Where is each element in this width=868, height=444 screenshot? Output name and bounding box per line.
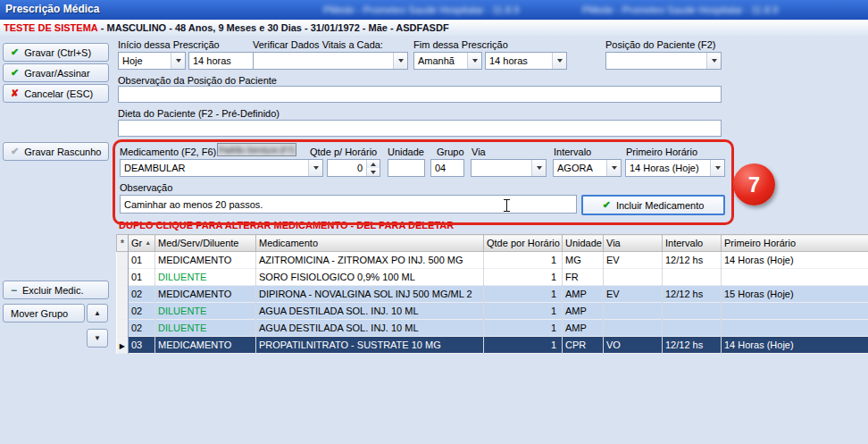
chevron-down-icon[interactable]: [531, 160, 546, 176]
titlebar: Prescrição Médica PMede - Prometeo Saude…: [0, 0, 868, 20]
table-row[interactable]: 02 DILUENTE AGUA DESTILADA SOL. INJ. 10 …: [117, 320, 868, 337]
cell-medicamento: AZITROMICINA - ZITROMAX PO INJ. 500 MG: [256, 252, 484, 269]
cell-medicamento: PROPATILNITRATO - SUSTRATE 10 MG: [256, 337, 484, 354]
dados-vitais-select[interactable]: [253, 52, 408, 70]
row-selector[interactable]: [117, 320, 129, 337]
arrow-up-icon: ▲: [94, 309, 101, 317]
chevron-down-icon[interactable]: [308, 160, 322, 176]
column-header-gr[interactable]: Gr▲: [129, 235, 155, 252]
chevron-down-icon[interactable]: [171, 53, 185, 69]
cell-medicamento: DIPIRONA - NOVALGINA SOL INJ 500 MG/ML 2: [256, 286, 484, 303]
cell-tipo: MEDICAMENTO: [155, 337, 256, 354]
obs-posicao-label: Observação da Posição do Paciente: [118, 75, 277, 86]
column-header-via[interactable]: Via: [604, 235, 663, 252]
row-selector[interactable]: [117, 303, 129, 320]
chevron-down-icon[interactable]: [710, 160, 724, 176]
text-cursor-icon: [503, 198, 511, 213]
cell-gr: 01: [129, 252, 155, 269]
cell-intervalo: 12/12 hs: [663, 252, 722, 269]
cancel-button-label: Cancelar (ESC): [24, 88, 93, 99]
intervalo-select[interactable]: AGORA: [553, 159, 622, 177]
table-row[interactable]: 01 DILUENTE SORO FISIOLOGICO 0,9% 100 ML…: [117, 269, 868, 286]
fim-day-select[interactable]: Amanhã: [413, 52, 482, 70]
redacted-button-label: Padrão Serviços (F7): [219, 146, 295, 155]
check-icon: ✔: [11, 47, 19, 57]
fim-prescricao-label: Fim dessa Prescrição: [413, 39, 508, 50]
move-group-button[interactable]: Mover Grupo: [3, 304, 85, 323]
cancel-button[interactable]: ✘ Cancelar (ESC): [3, 84, 109, 103]
incluir-medicamento-button[interactable]: ✔ Incluir Medicamento: [581, 195, 725, 215]
medicamento-label: Medicamento (F2, F6): [120, 147, 216, 157]
save-draft-button[interactable]: ✔ Gravar Rascunho: [3, 142, 109, 161]
table-row[interactable]: 02 DILUENTE AGUA DESTILADA SOL. INJ. 10 …: [117, 303, 868, 320]
column-header-primeiro[interactable]: Primeiro Horário: [722, 235, 868, 252]
cell-primeiro: 14 Horas (Hoje): [722, 252, 868, 269]
row-selector[interactable]: [117, 252, 129, 269]
column-header-medicamento[interactable]: Medicamento: [256, 235, 484, 252]
column-header-unidade[interactable]: Unidade: [563, 235, 604, 252]
window-title: Prescrição Médica: [5, 3, 99, 15]
cell-unidade: AMP: [563, 286, 604, 303]
inicio-day-value: Hoje: [119, 53, 171, 69]
save-sign-button[interactable]: ✔ Gravar/Assinar: [3, 63, 109, 82]
row-selector[interactable]: [117, 269, 129, 286]
cell-primeiro: [722, 320, 868, 337]
redacted-button[interactable]: Padrão Serviços (F7): [217, 143, 296, 156]
primeiro-horario-label: Primeiro Horário: [626, 147, 697, 157]
chevron-down-icon[interactable]: [606, 160, 621, 176]
cell-tipo: DILUENTE: [155, 320, 256, 337]
row-selector[interactable]: [117, 286, 129, 303]
stepper-buttons: [366, 160, 380, 176]
dieta-paciente-input[interactable]: [118, 120, 722, 137]
check-icon: ✔: [11, 147, 19, 156]
column-header-tipo[interactable]: Med/Serv/Diluente: [155, 235, 256, 252]
cell-tipo: MEDICAMENTO: [155, 286, 256, 303]
quantity-value: 0: [328, 160, 366, 176]
column-header-qtde[interactable]: Qtde por Horário: [484, 235, 563, 252]
move-group-down-button[interactable]: ▼: [87, 329, 108, 348]
cancel-icon: ✘: [11, 88, 19, 98]
grupo-input[interactable]: [430, 159, 464, 177]
dados-vitais-value: [254, 53, 393, 69]
column-header-intervalo[interactable]: Intervalo: [663, 235, 722, 252]
spin-up-icon[interactable]: [367, 160, 380, 168]
via-select[interactable]: [471, 159, 547, 177]
cell-medicamento: SORO FISIOLOGICO 0,9% 100 ML: [256, 269, 484, 286]
arrow-down-icon: ▼: [94, 334, 101, 342]
cell-gr: 02: [129, 303, 155, 320]
table-row[interactable]: 01 MEDICAMENTO AZITROMICINA - ZITROMAX P…: [117, 252, 868, 269]
row-selector[interactable]: ▶: [117, 337, 129, 354]
cell-via: EV: [604, 286, 663, 303]
primeiro-horario-select[interactable]: 14 Horas (Hoje): [625, 159, 725, 177]
unidade-input[interactable]: [388, 159, 425, 177]
chevron-down-icon[interactable]: [393, 53, 407, 69]
grupo-label: Grupo: [437, 147, 464, 157]
table-row-selected[interactable]: ▶ 03 MEDICAMENTO PROPATILNITRATO - SUSTR…: [117, 337, 868, 354]
cell-via: [604, 269, 663, 286]
unidade-label: Unidade: [388, 147, 424, 157]
via-value: [472, 160, 531, 176]
chevron-down-icon[interactable]: [706, 53, 721, 69]
chevron-down-icon[interactable]: [467, 53, 481, 69]
quantity-stepper[interactable]: 0: [327, 159, 380, 177]
cell-unidade: AMP: [563, 320, 604, 337]
chevron-down-icon[interactable]: [552, 53, 566, 69]
patient-details: - MASCULINO - 48 Anos, 9 Meses e 30 Dias…: [98, 22, 449, 33]
cell-primeiro: 14 Horas (Hoje): [722, 337, 868, 354]
patient-info-bar: TESTE DE SISTEMA - MASCULINO - 48 Anos, …: [0, 20, 868, 36]
save-button[interactable]: ✔ Gravar (Ctrl+S): [3, 43, 109, 62]
delete-medication-button[interactable]: − Excluir Medic.: [3, 281, 109, 299]
obs-posicao-input[interactable]: [118, 86, 722, 103]
gutter-mark-icon: *: [121, 239, 124, 248]
table-row[interactable]: 02 MEDICAMENTO DIPIRONA - NOVALGINA SOL …: [117, 286, 868, 303]
spin-down-icon[interactable]: [367, 168, 380, 176]
posicao-paciente-select[interactable]: [605, 52, 722, 70]
cell-intervalo: [663, 303, 722, 320]
medicamento-select[interactable]: DEAMBULAR: [120, 159, 323, 177]
fim-time-select[interactable]: 14 horas: [485, 52, 567, 70]
cell-qtde: 1: [484, 303, 563, 320]
inicio-day-select[interactable]: Hoje: [118, 52, 186, 70]
sort-asc-icon: ▲: [145, 239, 151, 246]
table-notice: DUPLO CLIQUE PARA ALTERAR MEDICAMENTO - …: [119, 220, 454, 230]
move-group-up-button[interactable]: ▲: [87, 304, 108, 323]
